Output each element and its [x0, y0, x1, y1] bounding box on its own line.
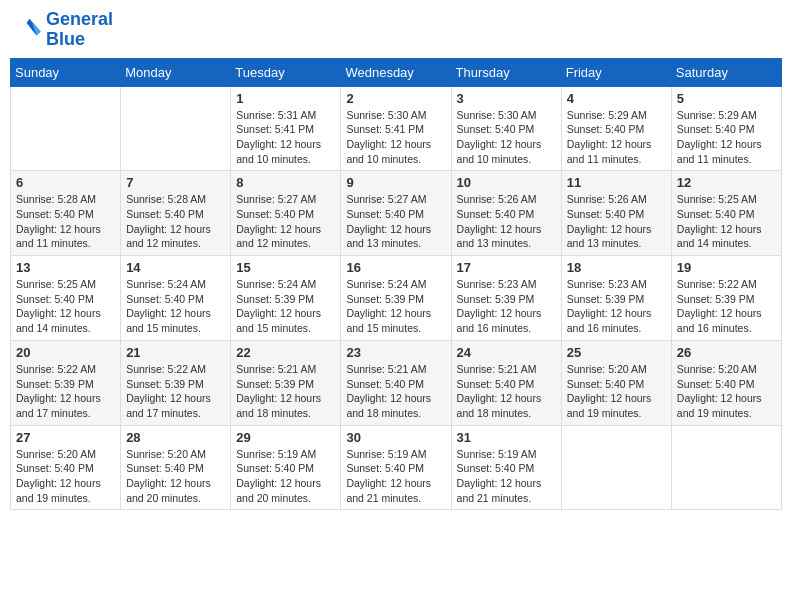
week-row-1: 1Sunrise: 5:31 AMSunset: 5:41 PMDaylight…	[11, 86, 782, 171]
day-info: Sunrise: 5:22 AMSunset: 5:39 PMDaylight:…	[677, 277, 776, 336]
calendar-cell: 23Sunrise: 5:21 AMSunset: 5:40 PMDayligh…	[341, 340, 451, 425]
day-info: Sunrise: 5:24 AMSunset: 5:39 PMDaylight:…	[346, 277, 445, 336]
weekday-header-wednesday: Wednesday	[341, 58, 451, 86]
day-number: 10	[457, 175, 556, 190]
day-number: 22	[236, 345, 335, 360]
logo-icon	[14, 16, 42, 44]
day-number: 18	[567, 260, 666, 275]
day-number: 14	[126, 260, 225, 275]
day-info: Sunrise: 5:28 AMSunset: 5:40 PMDaylight:…	[16, 192, 115, 251]
day-number: 11	[567, 175, 666, 190]
day-number: 19	[677, 260, 776, 275]
day-number: 15	[236, 260, 335, 275]
calendar-cell: 26Sunrise: 5:20 AMSunset: 5:40 PMDayligh…	[671, 340, 781, 425]
calendar-cell: 24Sunrise: 5:21 AMSunset: 5:40 PMDayligh…	[451, 340, 561, 425]
day-number: 13	[16, 260, 115, 275]
day-number: 25	[567, 345, 666, 360]
day-number: 26	[677, 345, 776, 360]
calendar-cell: 10Sunrise: 5:26 AMSunset: 5:40 PMDayligh…	[451, 171, 561, 256]
day-number: 7	[126, 175, 225, 190]
calendar-cell	[121, 86, 231, 171]
calendar-cell: 22Sunrise: 5:21 AMSunset: 5:39 PMDayligh…	[231, 340, 341, 425]
calendar-cell: 17Sunrise: 5:23 AMSunset: 5:39 PMDayligh…	[451, 256, 561, 341]
day-number: 8	[236, 175, 335, 190]
day-info: Sunrise: 5:30 AMSunset: 5:41 PMDaylight:…	[346, 108, 445, 167]
day-number: 31	[457, 430, 556, 445]
day-info: Sunrise: 5:21 AMSunset: 5:40 PMDaylight:…	[346, 362, 445, 421]
day-number: 9	[346, 175, 445, 190]
day-info: Sunrise: 5:29 AMSunset: 5:40 PMDaylight:…	[677, 108, 776, 167]
day-info: Sunrise: 5:22 AMSunset: 5:39 PMDaylight:…	[126, 362, 225, 421]
day-info: Sunrise: 5:20 AMSunset: 5:40 PMDaylight:…	[567, 362, 666, 421]
day-info: Sunrise: 5:19 AMSunset: 5:40 PMDaylight:…	[457, 447, 556, 506]
calendar-cell: 16Sunrise: 5:24 AMSunset: 5:39 PMDayligh…	[341, 256, 451, 341]
calendar-cell: 6Sunrise: 5:28 AMSunset: 5:40 PMDaylight…	[11, 171, 121, 256]
day-info: Sunrise: 5:27 AMSunset: 5:40 PMDaylight:…	[236, 192, 335, 251]
day-info: Sunrise: 5:21 AMSunset: 5:39 PMDaylight:…	[236, 362, 335, 421]
calendar-table: SundayMondayTuesdayWednesdayThursdayFrid…	[10, 58, 782, 511]
day-number: 28	[126, 430, 225, 445]
calendar-cell: 21Sunrise: 5:22 AMSunset: 5:39 PMDayligh…	[121, 340, 231, 425]
calendar-cell: 4Sunrise: 5:29 AMSunset: 5:40 PMDaylight…	[561, 86, 671, 171]
day-info: Sunrise: 5:20 AMSunset: 5:40 PMDaylight:…	[126, 447, 225, 506]
calendar-cell	[671, 425, 781, 510]
day-info: Sunrise: 5:20 AMSunset: 5:40 PMDaylight:…	[16, 447, 115, 506]
day-info: Sunrise: 5:31 AMSunset: 5:41 PMDaylight:…	[236, 108, 335, 167]
day-info: Sunrise: 5:29 AMSunset: 5:40 PMDaylight:…	[567, 108, 666, 167]
day-number: 6	[16, 175, 115, 190]
day-number: 24	[457, 345, 556, 360]
day-info: Sunrise: 5:26 AMSunset: 5:40 PMDaylight:…	[567, 192, 666, 251]
calendar-cell	[561, 425, 671, 510]
day-info: Sunrise: 5:23 AMSunset: 5:39 PMDaylight:…	[567, 277, 666, 336]
day-number: 3	[457, 91, 556, 106]
day-number: 21	[126, 345, 225, 360]
day-info: Sunrise: 5:30 AMSunset: 5:40 PMDaylight:…	[457, 108, 556, 167]
week-row-2: 6Sunrise: 5:28 AMSunset: 5:40 PMDaylight…	[11, 171, 782, 256]
day-number: 5	[677, 91, 776, 106]
day-info: Sunrise: 5:26 AMSunset: 5:40 PMDaylight:…	[457, 192, 556, 251]
calendar-cell: 9Sunrise: 5:27 AMSunset: 5:40 PMDaylight…	[341, 171, 451, 256]
weekday-header-friday: Friday	[561, 58, 671, 86]
day-number: 17	[457, 260, 556, 275]
day-number: 16	[346, 260, 445, 275]
day-info: Sunrise: 5:25 AMSunset: 5:40 PMDaylight:…	[677, 192, 776, 251]
day-info: Sunrise: 5:23 AMSunset: 5:39 PMDaylight:…	[457, 277, 556, 336]
day-number: 1	[236, 91, 335, 106]
calendar-cell: 15Sunrise: 5:24 AMSunset: 5:39 PMDayligh…	[231, 256, 341, 341]
day-info: Sunrise: 5:19 AMSunset: 5:40 PMDaylight:…	[346, 447, 445, 506]
calendar-cell	[11, 86, 121, 171]
weekday-header-monday: Monday	[121, 58, 231, 86]
calendar-cell: 14Sunrise: 5:24 AMSunset: 5:40 PMDayligh…	[121, 256, 231, 341]
calendar-cell: 11Sunrise: 5:26 AMSunset: 5:40 PMDayligh…	[561, 171, 671, 256]
calendar-cell: 29Sunrise: 5:19 AMSunset: 5:40 PMDayligh…	[231, 425, 341, 510]
weekday-header-tuesday: Tuesday	[231, 58, 341, 86]
day-info: Sunrise: 5:19 AMSunset: 5:40 PMDaylight:…	[236, 447, 335, 506]
logo: General Blue	[14, 10, 113, 50]
calendar-cell: 2Sunrise: 5:30 AMSunset: 5:41 PMDaylight…	[341, 86, 451, 171]
day-info: Sunrise: 5:27 AMSunset: 5:40 PMDaylight:…	[346, 192, 445, 251]
weekday-header-thursday: Thursday	[451, 58, 561, 86]
week-row-4: 20Sunrise: 5:22 AMSunset: 5:39 PMDayligh…	[11, 340, 782, 425]
day-number: 20	[16, 345, 115, 360]
calendar-cell: 31Sunrise: 5:19 AMSunset: 5:40 PMDayligh…	[451, 425, 561, 510]
day-info: Sunrise: 5:24 AMSunset: 5:40 PMDaylight:…	[126, 277, 225, 336]
week-row-5: 27Sunrise: 5:20 AMSunset: 5:40 PMDayligh…	[11, 425, 782, 510]
day-number: 30	[346, 430, 445, 445]
calendar-cell: 7Sunrise: 5:28 AMSunset: 5:40 PMDaylight…	[121, 171, 231, 256]
day-info: Sunrise: 5:20 AMSunset: 5:40 PMDaylight:…	[677, 362, 776, 421]
page-header: General Blue	[10, 10, 782, 50]
calendar-cell: 13Sunrise: 5:25 AMSunset: 5:40 PMDayligh…	[11, 256, 121, 341]
calendar-cell: 1Sunrise: 5:31 AMSunset: 5:41 PMDaylight…	[231, 86, 341, 171]
calendar-cell: 12Sunrise: 5:25 AMSunset: 5:40 PMDayligh…	[671, 171, 781, 256]
calendar-cell: 19Sunrise: 5:22 AMSunset: 5:39 PMDayligh…	[671, 256, 781, 341]
day-number: 4	[567, 91, 666, 106]
calendar-cell: 30Sunrise: 5:19 AMSunset: 5:40 PMDayligh…	[341, 425, 451, 510]
calendar-cell: 20Sunrise: 5:22 AMSunset: 5:39 PMDayligh…	[11, 340, 121, 425]
day-number: 23	[346, 345, 445, 360]
weekday-header-sunday: Sunday	[11, 58, 121, 86]
calendar-cell: 3Sunrise: 5:30 AMSunset: 5:40 PMDaylight…	[451, 86, 561, 171]
calendar-cell: 5Sunrise: 5:29 AMSunset: 5:40 PMDaylight…	[671, 86, 781, 171]
logo-text: General Blue	[46, 10, 113, 50]
weekday-header-row: SundayMondayTuesdayWednesdayThursdayFrid…	[11, 58, 782, 86]
calendar-cell: 27Sunrise: 5:20 AMSunset: 5:40 PMDayligh…	[11, 425, 121, 510]
